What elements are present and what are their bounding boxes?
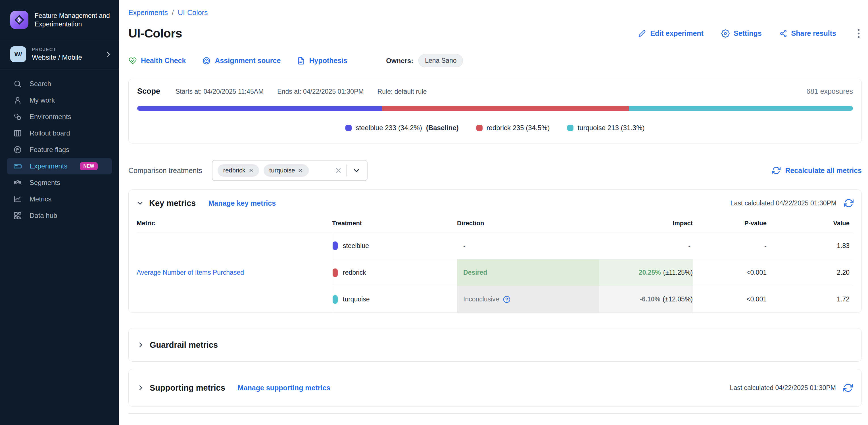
chevron-down-icon[interactable] xyxy=(351,167,362,174)
sidebar-item-label: Segments xyxy=(30,179,60,187)
collapse-chevron-right-icon[interactable] xyxy=(137,384,144,391)
last-calculated-text: Last calculated 04/22/2025 01:30PM xyxy=(730,384,836,392)
health-check-link[interactable]: Health Check xyxy=(128,57,186,65)
chip-label: redbrick xyxy=(223,167,245,174)
legend-label: redbrick 235 (34.5%) xyxy=(487,124,550,132)
distribution-bar xyxy=(137,106,853,111)
share-results-button[interactable]: Share results xyxy=(779,29,836,37)
legend-item-redbrick: redbrick 235 (34.5%) xyxy=(476,124,550,132)
comparison-treatments-label: Comparison treatments xyxy=(128,166,202,175)
scope-header: Scope Starts at: 04/20/2025 11:45AM Ends… xyxy=(137,87,853,96)
more-options-button[interactable] xyxy=(856,27,862,40)
manage-supporting-metrics-link[interactable]: Manage supporting metrics xyxy=(238,384,330,392)
sidebar-item-segments[interactable]: Segments xyxy=(7,175,112,191)
bullseye-icon xyxy=(202,57,211,65)
supporting-metrics-card[interactable]: Supporting metrics Manage supporting met… xyxy=(128,369,862,406)
sidebar-item-label: My work xyxy=(30,96,55,104)
sidebar-item-label: Experiments xyxy=(30,162,67,170)
p-value-cell: - xyxy=(693,233,767,259)
divider xyxy=(128,413,862,414)
table-body: Average Number of Items Purchased steelb… xyxy=(136,233,854,312)
new-badge: NEW xyxy=(80,162,98,170)
project-eyebrow: PROJECT xyxy=(32,47,99,52)
owner-badge[interactable]: Lena Sano xyxy=(418,54,463,67)
remove-turquoise-icon[interactable] xyxy=(299,168,303,173)
treatment-rows: steelblue - - - 1.83 redbrick xyxy=(332,233,854,312)
distribution-legend: steelblue 233 (34.2%) (Baseline) redbric… xyxy=(137,124,853,132)
metric-name-link[interactable]: Average Number of Items Purchased xyxy=(136,269,244,276)
key-metrics-header: Key metrics Manage key metrics Last calc… xyxy=(129,190,862,214)
question-circle-icon[interactable] xyxy=(503,296,511,303)
gear-icon xyxy=(721,29,730,38)
key-metrics-title: Key metrics xyxy=(149,199,196,208)
chevron-right-icon xyxy=(104,51,112,58)
remove-redbrick-icon[interactable] xyxy=(249,168,253,173)
legend-item-turquoise: turquoise 213 (31.3%) xyxy=(567,124,645,132)
edit-experiment-button[interactable]: Edit experiment xyxy=(638,29,704,37)
manage-key-metrics-link[interactable]: Manage key metrics xyxy=(208,199,276,207)
assignment-source-link[interactable]: Assignment source xyxy=(202,57,281,65)
share-results-label: Share results xyxy=(791,29,836,37)
project-selector[interactable]: W/ PROJECT Website / Mobile xyxy=(0,39,119,70)
recalculate-all-metrics-button[interactable]: Recalculate all metrics xyxy=(772,166,862,175)
collapse-chevron-right-icon[interactable] xyxy=(137,341,144,348)
impact-cell: 20.25% (±11.25%) xyxy=(599,260,693,286)
legend-label: steelblue 233 (34.2%) xyxy=(355,124,422,132)
table-row: steelblue - - - 1.83 xyxy=(332,233,854,259)
column-metric: Metric xyxy=(136,220,332,227)
baseline-tag: (Baseline) xyxy=(426,124,459,132)
brand: Feature Management and Experimentation xyxy=(0,0,119,39)
settings-button[interactable]: Settings xyxy=(721,29,762,38)
comparison-treatments-select[interactable]: redbrick turquoise xyxy=(212,160,368,181)
chip-redbrick[interactable]: redbrick xyxy=(218,164,259,177)
sidebar-item-data-hub[interactable]: Data hub xyxy=(7,207,112,224)
chip-turquoise[interactable]: turquoise xyxy=(264,164,309,177)
heart-check-icon xyxy=(128,57,137,65)
sidebar-item-experiments[interactable]: Experiments NEW xyxy=(7,158,112,175)
search-icon xyxy=(13,80,22,88)
exposures-count: 681 exposures xyxy=(806,87,853,95)
treatment-name: redbrick xyxy=(343,269,366,276)
sidebar-item-search[interactable]: Search xyxy=(7,75,112,92)
key-metrics-card: Key metrics Manage key metrics Last calc… xyxy=(128,189,862,313)
collapse-chevron-down-icon[interactable] xyxy=(136,200,144,207)
sidebar-item-my-work[interactable]: My work xyxy=(7,92,112,109)
board-columns-icon xyxy=(13,129,22,138)
data-hub-icon xyxy=(13,211,22,220)
value-cell: 1.83 xyxy=(767,233,854,259)
app-logo-icon xyxy=(10,11,28,29)
breadcrumb-current-link[interactable]: UI-Colors xyxy=(178,8,208,17)
distribution-segment-redbrick xyxy=(382,106,629,111)
assignment-source-label: Assignment source xyxy=(215,57,281,65)
table-header: Metric Treatment Direction Impact P-valu… xyxy=(136,214,854,233)
refresh-icon[interactable] xyxy=(844,198,854,208)
steelblue-swatch xyxy=(345,125,352,131)
sidebar-item-environments[interactable]: Environments xyxy=(7,109,112,125)
flag-circle-icon xyxy=(13,146,22,154)
chip-label: turquoise xyxy=(269,167,295,174)
scope-title: Scope xyxy=(137,87,160,96)
clear-selection-icon[interactable] xyxy=(335,167,342,174)
breadcrumb-experiments-link[interactable]: Experiments xyxy=(128,8,168,17)
hypothesis-link[interactable]: Hypothesis xyxy=(297,57,347,65)
sidebar-item-rollout-board[interactable]: Rollout board xyxy=(7,125,112,142)
guardrail-metrics-card[interactable]: Guardrail metrics xyxy=(128,328,862,362)
distribution-segment-steelblue xyxy=(137,106,382,111)
supporting-metrics-title: Supporting metrics xyxy=(150,383,225,393)
project-name: Website / Mobile xyxy=(32,53,99,61)
direction-cell: Inconclusive xyxy=(457,286,599,312)
direction-cell: Desired xyxy=(457,260,599,286)
refresh-icon[interactable] xyxy=(843,383,853,393)
scope-rule: Rule: default rule xyxy=(377,88,427,95)
last-calculated: Last calculated 04/22/2025 01:30PM xyxy=(731,198,854,208)
sidebar-item-label: Feature flags xyxy=(30,146,69,154)
hexagons-icon xyxy=(13,113,22,121)
redbrick-swatch xyxy=(333,269,338,277)
p-value-cell: <0.001 xyxy=(693,286,767,312)
sidebar-item-feature-flags[interactable]: Feature flags xyxy=(7,142,112,158)
user-icon xyxy=(13,96,22,104)
column-value: Value xyxy=(767,220,854,227)
title-row: UI-Colors Edit experiment Settings Share… xyxy=(128,26,862,40)
sidebar-item-metrics[interactable]: Metrics xyxy=(7,191,112,207)
pencil-icon xyxy=(638,30,646,37)
